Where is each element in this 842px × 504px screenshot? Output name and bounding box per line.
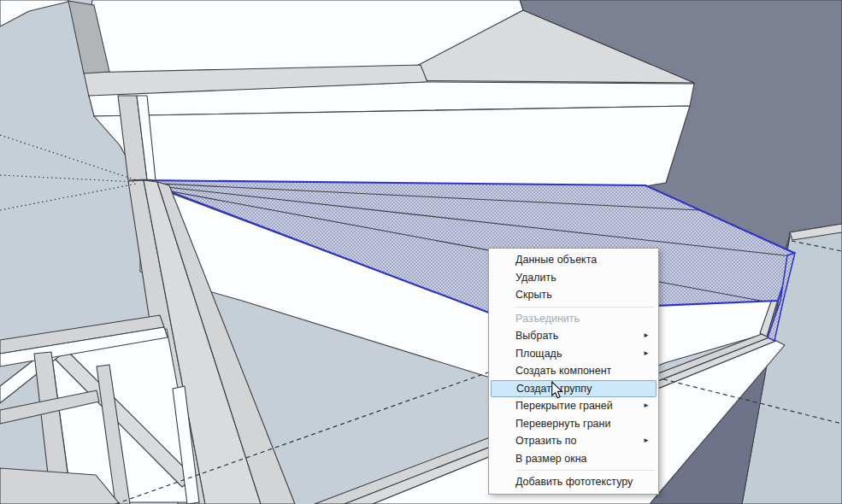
menu-item-label: Перевернуть грани — [515, 418, 610, 430]
menu-item-hide[interactable]: Скрыть — [490, 286, 657, 304]
menu-item-explode: Разъединить — [490, 310, 657, 328]
menu-item-add-photo-texture[interactable]: Добавить фототекстуру — [490, 473, 657, 491]
menu-item-zoom-window[interactable]: В размер окна — [490, 450, 657, 468]
menu-item-label: Создать компонент — [515, 365, 611, 377]
model-canvas[interactable] — [0, 0, 842, 504]
menu-item-label: Скрыть — [515, 289, 552, 301]
context-menu: Данные объектаУдалитьСкрытьРазъединитьВы… — [488, 248, 659, 495]
menu-item-label: В размер окна — [515, 453, 587, 465]
menu-item-entity-info[interactable]: Данные объекта — [490, 251, 657, 269]
menu-separator — [515, 307, 655, 308]
submenu-arrow-icon: ► — [643, 345, 650, 363]
sketchup-viewport[interactable]: Данные объектаУдалитьСкрытьРазъединитьВы… — [0, 0, 842, 504]
submenu-arrow-icon: ► — [643, 397, 650, 415]
menu-item-make-component[interactable]: Создать компонент — [490, 362, 657, 380]
menu-item-label: Данные объекта — [515, 254, 597, 266]
framing-group[interactable] — [0, 315, 199, 504]
menu-separator — [515, 470, 655, 471]
menu-item-select[interactable]: Выбрать► — [490, 327, 657, 345]
menu-item-label: Добавить фототекстуру — [515, 476, 633, 488]
menu-item-label: Перекрытие граней — [515, 400, 613, 412]
front-face[interactable] — [94, 106, 690, 186]
submenu-arrow-icon: ► — [643, 432, 650, 450]
menu-item-intersect-faces[interactable]: Перекрытие граней► — [490, 397, 657, 415]
menu-item-label: Разъединить — [515, 313, 580, 325]
menu-item-flip-along[interactable]: Отразить по► — [490, 432, 657, 450]
menu-item-label: Создать группу — [516, 383, 592, 395]
menu-item-erase[interactable]: Удалить — [490, 269, 657, 287]
menu-item-label: Площадь — [515, 348, 562, 360]
menu-item-make-group[interactable]: Создать группу — [491, 380, 657, 398]
menu-item-label: Отразить по — [515, 435, 576, 447]
menu-item-area[interactable]: Площадь► — [490, 345, 657, 363]
menu-item-reverse-faces[interactable]: Перевернуть грани — [490, 415, 657, 433]
menu-item-label: Выбрать — [515, 330, 558, 342]
menu-item-label: Удалить — [515, 272, 556, 284]
submenu-arrow-icon: ► — [643, 327, 650, 345]
